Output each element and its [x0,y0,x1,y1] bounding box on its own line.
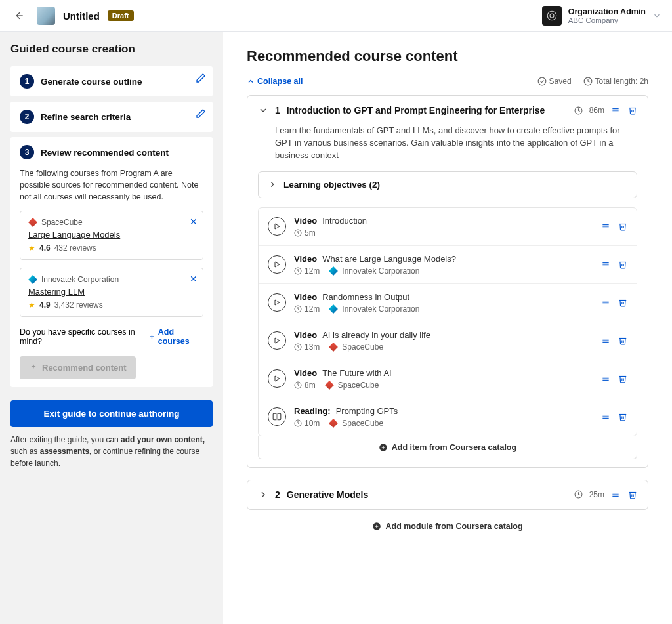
total-length: Total length: 2h [595,77,648,86]
module-toggle[interactable] [258,489,268,500]
provider-icon [28,275,37,284]
chevron-right-icon [268,180,277,189]
delete-icon[interactable] [628,490,637,499]
item-duration: 12m [304,266,320,276]
provider-icon [329,266,338,276]
item-type: Video [294,330,317,340]
source-course-link[interactable]: Mastering LLM [28,287,195,297]
course-title: Untitled [63,10,100,22]
content-item[interactable]: VideoThe Future with AI 8mSpaceCube [259,360,637,398]
reorder-icon[interactable] [601,336,610,345]
plus-icon [148,333,156,341]
provider-name: Innovatek Corporation [41,275,119,284]
chevron-up-icon [247,77,255,85]
exit-guide-button[interactable]: Exit guide to continue authoring [10,400,213,427]
module-1: 1 Introduction to GPT and Prompt Enginee… [247,95,648,468]
play-icon [268,293,286,312]
delete-icon[interactable] [618,298,627,307]
content-item[interactable]: VideoWhat are Large Language Models? 12m… [259,246,637,284]
status-bar: Saved Total length: 2h [537,77,648,86]
provider-name: SpaceCube [342,419,383,428]
step-1[interactable]: 1 Generate course outline [10,66,213,96]
clock-icon [294,381,302,389]
remove-source-icon[interactable]: ✕ [190,217,198,227]
svg-point-0 [547,11,556,20]
delete-icon[interactable] [618,336,627,345]
item-duration: 13m [304,343,320,352]
item-title: Randomness in Output [322,292,410,302]
provider-name: Innovatek Corporation [342,304,419,314]
item-duration: 8m [304,381,316,390]
recommend-content-button: Recommend content [20,356,136,379]
item-title: AI is already in your daily life [322,330,430,340]
add-courses-prompt: Do you have specific courses in mind? [20,327,148,346]
provider-icon [329,343,338,352]
source-course-link[interactable]: Large Language Models [28,230,195,239]
item-title: What are Large Language Models? [322,254,456,264]
org-role: Organization Admin [568,7,646,16]
play-icon [268,369,286,388]
play-icon [268,331,286,350]
item-duration: 12m [304,304,320,314]
add-module-button[interactable]: Add module from Coursera catalog [247,522,648,533]
item-type: Reading: [294,406,331,416]
back-button[interactable] [10,7,29,25]
edit-icon[interactable] [196,73,206,83]
provider-name: Innovatek Corporation [342,266,419,276]
module-2: 2 Generative Models 25m [247,480,648,510]
delete-icon[interactable] [618,222,627,231]
plus-circle-icon [379,443,388,452]
step-label: Refine search criteria [41,112,131,122]
delete-icon[interactable] [618,260,627,269]
user-menu[interactable]: Organization Admin ABC Company [542,6,662,26]
star-icon: ★ [28,301,35,310]
reorder-icon[interactable] [601,298,610,307]
module-duration: 86m [589,106,604,115]
delete-icon[interactable] [618,412,627,421]
provider-name: SpaceCube [342,343,383,352]
svg-marker-20 [275,300,280,305]
provider-name: SpaceCube [338,381,379,390]
item-title: The Future with AI [322,368,392,378]
reorder-icon[interactable] [601,412,610,421]
content-item[interactable]: Reading:Prompting GPTs 10mSpaceCube [259,398,637,436]
svg-marker-15 [275,262,280,267]
saved-label: Saved [549,77,572,86]
provider-name: SpaceCube [41,218,83,227]
svg-point-1 [550,14,554,18]
reorder-icon[interactable] [601,374,610,383]
content-item[interactable]: VideoIntroduction 5m [259,208,637,246]
clock-icon [294,267,302,275]
step-label: Review recommended content [41,148,169,157]
reorder-icon[interactable] [611,490,620,499]
arrow-left-icon [14,10,25,21]
learning-objectives-toggle[interactable]: Learning objectives (2) [258,171,637,198]
delete-icon[interactable] [618,374,627,383]
item-type: Video [294,216,317,226]
check-circle-icon [537,77,547,86]
module-toggle[interactable] [258,105,268,115]
add-courses-link[interactable]: Add courses [148,327,203,346]
chevron-down-icon [652,11,662,20]
edit-icon[interactable] [196,108,206,119]
collapse-all-button[interactable]: Collapse all [247,77,303,86]
add-item-button[interactable]: Add item from Coursera catalog [258,436,637,459]
content-item[interactable]: VideoAI is already in your daily life 13… [259,322,637,360]
reorder-icon[interactable] [601,260,610,269]
clock-icon [294,229,302,237]
plus-circle-icon [372,522,381,531]
reorder-icon[interactable] [601,222,610,231]
clock-icon [294,305,302,313]
rating-value: 4.9 [39,301,51,310]
org-avatar [542,6,562,26]
delete-icon[interactable] [628,106,637,115]
svg-marker-30 [275,376,280,381]
svg-marker-25 [275,338,280,343]
step-2[interactable]: 2 Refine search criteria [10,102,213,132]
content-item[interactable]: VideoRandomness in Output 12mInnovatek C… [259,284,637,322]
reorder-icon[interactable] [611,106,620,115]
step-number: 1 [20,74,34,89]
clock-icon [294,343,302,351]
remove-source-icon[interactable]: ✕ [190,274,198,284]
clock-icon [574,490,583,499]
